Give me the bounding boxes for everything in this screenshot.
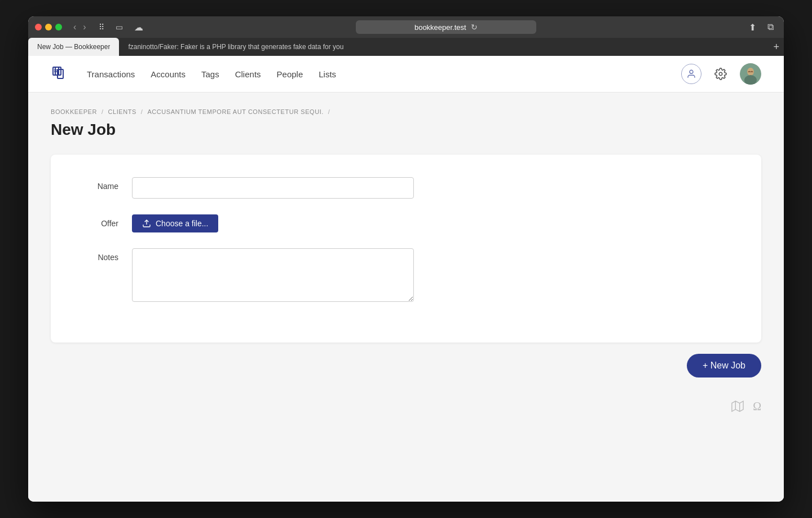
svg-point-5 <box>690 70 693 73</box>
name-input[interactable] <box>132 177 414 199</box>
nav-link-transactions[interactable]: Transactions <box>87 69 135 79</box>
breadcrumb-section: BOOKKEEPER / CLIENTS / ACCUSANTIUM TEMPO… <box>28 93 784 143</box>
notes-label: Notes <box>73 248 118 262</box>
address-text: bookkeeper.test <box>414 23 466 32</box>
offer-row: Offer Choose a file... <box>73 214 739 232</box>
logo-icon <box>51 65 69 83</box>
page-title: New Job <box>51 121 761 139</box>
nav-links: Transactions Accounts Tags Clients Peopl… <box>87 69 336 79</box>
breadcrumb-clients[interactable]: CLIENTS <box>108 108 136 115</box>
name-label: Name <box>73 177 118 191</box>
page-content: Transactions Accounts Tags Clients Peopl… <box>28 56 784 502</box>
offer-label: Offer <box>73 214 118 228</box>
grid-icon[interactable]: ⠿ <box>95 21 108 33</box>
app: Transactions Accounts Tags Clients Peopl… <box>28 56 784 502</box>
offer-field: Choose a file... <box>132 214 414 232</box>
name-row: Name <box>73 177 739 199</box>
breadcrumb-sep-1: / <box>102 108 104 115</box>
nav-link-lists[interactable]: Lists <box>319 69 336 79</box>
notes-row: Notes <box>73 248 739 304</box>
choose-file-label: Choose a file... <box>156 219 208 228</box>
nav-link-people[interactable]: People <box>277 69 303 79</box>
avatar[interactable] <box>740 63 761 85</box>
share-icon[interactable]: ⬆ <box>745 21 760 34</box>
maximize-button[interactable] <box>55 24 62 30</box>
browser-nav-arrows: ‹ › <box>71 21 89 33</box>
back-button[interactable]: ‹ <box>71 21 78 33</box>
bottom-icons: Ω <box>28 394 784 421</box>
nav-link-accounts[interactable]: Accounts <box>151 69 186 79</box>
user-icon-button[interactable] <box>681 64 701 84</box>
breadcrumb-bookkeeper[interactable]: BOOKKEEPER <box>51 108 97 115</box>
notes-textarea[interactable] <box>132 248 414 302</box>
nav-logo[interactable] <box>51 65 69 83</box>
tab-active[interactable]: New Job — Bookkeeper <box>28 38 119 56</box>
choose-file-button[interactable]: Choose a file... <box>132 214 218 232</box>
tab-bar: New Job — Bookkeeper fzaninotto/Faker: F… <box>28 38 784 56</box>
form-card: Name Offer Choose <box>51 155 761 343</box>
nav-link-clients[interactable]: Clients <box>235 69 261 79</box>
upload-icon <box>142 219 151 228</box>
title-bar: ‹ › ⠿ ▭ ☁ bookkeeper.test ↻ ⬆ ⧉ <box>28 16 784 38</box>
cloud-icon[interactable]: ☁ <box>131 21 147 34</box>
notes-field <box>132 248 414 304</box>
breadcrumb: BOOKKEEPER / CLIENTS / ACCUSANTIUM TEMPO… <box>51 108 761 115</box>
address-bar-container: bookkeeper.test ↻ <box>174 20 718 34</box>
title-bar-actions: ⬆ ⧉ <box>745 21 777 34</box>
close-button[interactable] <box>35 24 42 30</box>
minimize-button[interactable] <box>45 24 52 30</box>
tab-active-title: New Job — Bookkeeper <box>37 43 110 51</box>
breadcrumb-sep-3: / <box>328 108 330 115</box>
nav-left: Transactions Accounts Tags Clients Peopl… <box>51 65 336 83</box>
tab-inactive-title: fzaninotto/Faker: Faker is a PHP library… <box>128 43 343 51</box>
sidebar-icon[interactable]: ▭ <box>112 21 126 33</box>
navbar: Transactions Accounts Tags Clients Peopl… <box>28 56 784 93</box>
omega-icon[interactable]: Ω <box>753 400 761 415</box>
address-bar[interactable]: bookkeeper.test ↻ <box>356 20 536 34</box>
map-icon[interactable] <box>731 400 744 415</box>
reload-button[interactable]: ↻ <box>471 23 478 32</box>
new-window-icon[interactable]: ⧉ <box>764 21 777 33</box>
gear-icon <box>714 68 727 80</box>
forward-button[interactable]: › <box>81 21 88 33</box>
nav-right <box>681 63 761 85</box>
user-icon <box>686 69 696 79</box>
gear-icon-button[interactable] <box>710 64 731 84</box>
breadcrumb-sep-2: / <box>141 108 143 115</box>
submit-button[interactable]: + New Job <box>687 354 761 377</box>
new-tab-button[interactable]: + <box>769 38 784 56</box>
tab-inactive[interactable]: fzaninotto/Faker: Faker is a PHP library… <box>119 38 769 56</box>
form-footer: + New Job <box>28 354 784 394</box>
nav-link-tags[interactable]: Tags <box>201 69 219 79</box>
traffic-lights <box>35 24 62 30</box>
map-svg-icon <box>731 400 744 412</box>
breadcrumb-client-name[interactable]: ACCUSANTIUM TEMPORE AUT CONSECTETUR SEQU… <box>147 108 323 115</box>
svg-marker-11 <box>732 401 743 411</box>
avatar-image <box>740 63 761 85</box>
name-field <box>132 177 414 199</box>
svg-point-6 <box>719 72 722 76</box>
